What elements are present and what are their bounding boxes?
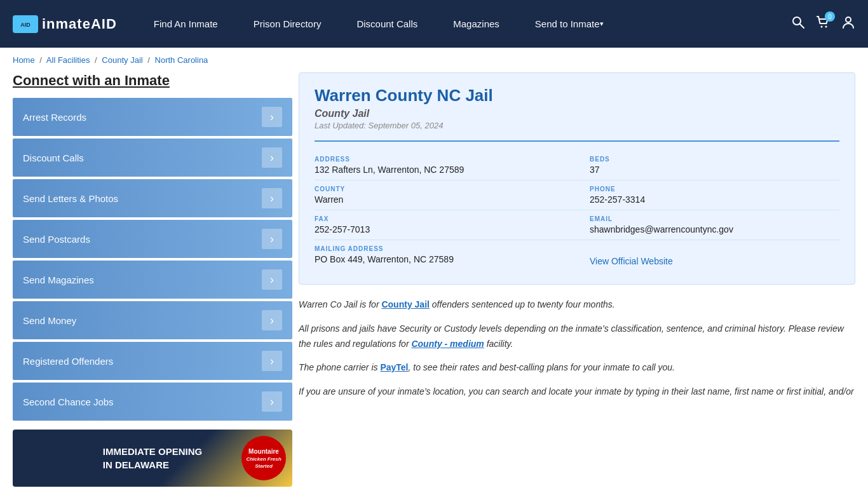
facility-card: Warren County NC Jail County Jail Last U… (299, 72, 855, 285)
address-value: 132 Rafters Ln, Warrenton, NC 27589 (315, 165, 564, 175)
ad-text: IMMEDIATE OPENINGIN DELAWARE (97, 438, 208, 478)
search-icon[interactable] (792, 16, 804, 32)
sidebar-menu: Arrest Records › Discount Calls › Send L… (13, 98, 292, 421)
header-icons: 0 (792, 15, 855, 32)
sidebar-item-send-magazines[interactable]: Send Magazines › (13, 261, 292, 299)
main-layout: Connect with an Inmate Arrest Records › … (0, 72, 868, 488)
logo-icon: AID (13, 15, 38, 33)
main-content: Warren County NC Jail County Jail Last U… (299, 72, 855, 487)
svg-point-2 (793, 17, 801, 25)
county-jail-link[interactable]: County Jail (381, 299, 429, 309)
nav-magazines[interactable]: Magazines (435, 0, 517, 48)
facility-details: ADDRESS 132 Rafters Ln, Warrenton, NC 27… (315, 140, 839, 271)
beds-label: BEDS (590, 156, 839, 163)
fax-label: FAX (315, 215, 564, 222)
logo-text: inmateAID (42, 16, 117, 32)
logo[interactable]: AID inmateAID (13, 15, 117, 33)
address-block: ADDRESS 132 Rafters Ln, Warrenton, NC 27… (315, 151, 577, 180)
website-link[interactable]: View Official Website (590, 256, 673, 266)
svg-point-5 (825, 26, 827, 28)
user-icon[interactable] (841, 15, 855, 32)
mailing-label: MAILING ADDRESS (315, 245, 564, 252)
paytel-link[interactable]: PayTel (380, 362, 408, 372)
county-label: COUNTY (315, 186, 564, 193)
county-value: Warren (315, 194, 564, 205)
email-label: EMAIL (590, 215, 839, 222)
sidebar-title: Connect with an Inmate (13, 72, 292, 89)
arrow-icon: › (262, 391, 282, 412)
svg-point-6 (846, 17, 851, 22)
fax-value: 252-257-7013 (315, 224, 564, 234)
arrow-icon: › (262, 147, 282, 168)
mailing-value: PO Box 449, Warrenton, NC 27589 (315, 254, 564, 264)
desc-p2: All prisons and jails have Security or C… (299, 322, 855, 352)
beds-value: 37 (590, 165, 839, 175)
website-block: View Official Website (577, 240, 839, 271)
facility-updated: Last Updated: September 05, 2024 (315, 121, 839, 130)
email-value: shawnbridges@warrencountync.gov (590, 224, 839, 234)
nav-discount-calls[interactable]: Discount Calls (339, 0, 435, 48)
fax-block: FAX 252-257-7013 (315, 210, 577, 240)
arrow-icon: › (262, 269, 282, 290)
breadcrumb-all-facilities[interactable]: All Facilities (46, 55, 90, 65)
phone-label: PHONE (590, 186, 839, 193)
email-block: EMAIL shawnbridges@warrencountync.gov (577, 210, 839, 240)
sidebar-item-send-postcards[interactable]: Send Postcards › (13, 220, 292, 258)
header: AID inmateAID Find An Inmate Prison Dire… (0, 0, 868, 48)
sidebar: Connect with an Inmate Arrest Records › … (13, 72, 292, 487)
arrow-icon: › (262, 107, 282, 127)
sidebar-item-discount-calls[interactable]: Discount Calls › (13, 139, 292, 177)
desc-p1: Warren Co Jail is for County Jail offend… (299, 297, 855, 313)
breadcrumb: Home / All Facilities / County Jail / No… (0, 48, 868, 72)
sidebar-item-send-money[interactable]: Send Money › (13, 301, 292, 339)
breadcrumb-county-jail[interactable]: County Jail (102, 55, 142, 65)
beds-block: BEDS 37 (577, 151, 839, 180)
sidebar-advertisement[interactable]: IMMEDIATE OPENINGIN DELAWARE MountaireCh… (13, 430, 292, 487)
county-medium-link[interactable]: County - medium (411, 339, 484, 349)
sidebar-item-registered-offenders[interactable]: Registered Offenders › (13, 342, 292, 380)
nav-prison-directory[interactable]: Prison Directory (236, 0, 339, 48)
arrow-icon: › (262, 351, 282, 371)
arrow-icon: › (262, 310, 282, 330)
svg-point-4 (821, 26, 823, 28)
arrow-icon: › (262, 229, 282, 249)
svg-text:AID: AID (20, 22, 31, 28)
facility-description: Warren Co Jail is for County Jail offend… (299, 297, 855, 400)
sidebar-item-send-letters[interactable]: Send Letters & Photos › (13, 179, 292, 217)
phone-block: PHONE 252-257-3314 (577, 180, 839, 210)
address-label: ADDRESS (315, 156, 564, 163)
nav-send-to-inmate[interactable]: Send to Inmate (517, 0, 621, 48)
phone-value: 252-257-3314 (590, 194, 839, 205)
cart-icon[interactable]: 0 (816, 15, 830, 32)
sidebar-item-arrest-records[interactable]: Arrest Records › (13, 98, 292, 136)
main-nav: Find An Inmate Prison Directory Discount… (136, 0, 773, 48)
svg-line-3 (800, 24, 804, 28)
facility-subtitle: County Jail (315, 108, 839, 119)
breadcrumb-home[interactable]: Home (13, 55, 35, 65)
nav-find-inmate[interactable]: Find An Inmate (136, 0, 236, 48)
ad-logo: MountaireChicken FreshStarted (241, 436, 286, 480)
cart-badge: 0 (825, 11, 835, 22)
county-block: COUNTY Warren (315, 180, 577, 210)
breadcrumb-north-carolina[interactable]: North Carolina (155, 55, 208, 65)
desc-p4: If you are unsure of your inmate’s locat… (299, 384, 855, 400)
facility-title: Warren County NC Jail (315, 86, 839, 105)
mailing-block: MAILING ADDRESS PO Box 449, Warrenton, N… (315, 240, 577, 271)
sidebar-item-second-chance-jobs[interactable]: Second Chance Jobs › (13, 383, 292, 421)
desc-p3: The phone carrier is PayTel, to see thei… (299, 360, 855, 376)
arrow-icon: › (262, 188, 282, 208)
